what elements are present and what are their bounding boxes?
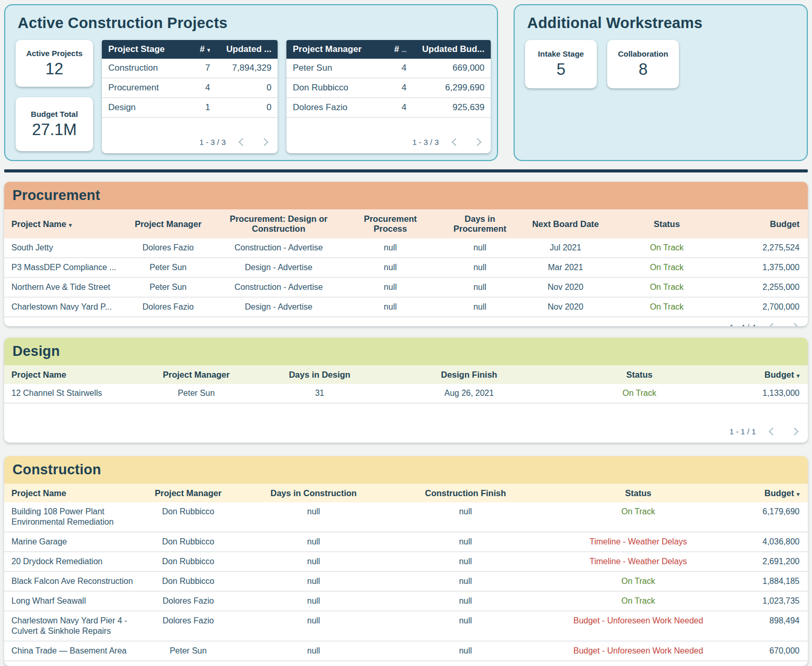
table-row[interactable]: Building 108 Power Plant Environmental R… [4, 502, 808, 532]
column-header-status[interactable]: Status [607, 218, 726, 230]
table-cell: Don Rubbicco [139, 572, 238, 591]
table-row[interactable]: Black Falcon Ave ReconstructionDon Rubbi… [4, 572, 808, 592]
column-header-project-manager[interactable]: Project Manager [152, 369, 240, 381]
table-cell: Dolores Fazio [139, 592, 238, 610]
column-header-label: Procurement Process [364, 214, 417, 233]
scorecard-value: 5 [556, 60, 565, 79]
column-header-project-name[interactable]: Project Name▾ [4, 218, 124, 230]
table-cell: Peter Sun [139, 642, 238, 660]
table-cell: Long Wharf Seawall [4, 592, 139, 610]
status-cell: Budget - Unforeseen Work Needed [541, 611, 736, 630]
column-header-budget[interactable]: Budget [727, 218, 808, 230]
table-cell: null [436, 258, 524, 277]
pagination-next-button[interactable] [472, 137, 482, 147]
status-cell: On Track [540, 384, 740, 403]
table-cell: 0 [210, 102, 271, 113]
column-header-project-manager[interactable]: Project Manager [139, 487, 238, 499]
table-row[interactable]: Charlestown Navy Yard Pier 4 - Culvert &… [4, 611, 808, 642]
column-header-label: # [200, 44, 204, 54]
active-projects-scorecard: Active Projects 12 [16, 40, 93, 87]
column-header-updated-bud[interactable]: Updated Bud... [407, 44, 484, 55]
table-row[interactable]: Dolores Fazio4925,639 [286, 98, 491, 118]
scorecard-label: Active Projects [26, 49, 82, 58]
table-row[interactable]: 12 Channel St StairwellsPeter Sun31Aug 2… [4, 384, 808, 404]
table-cell: null [436, 278, 524, 297]
table-cell: 20 Drydock Remediation [4, 552, 139, 571]
table-row[interactable]: Charlestown Navy Yard P...Dolores FazioD… [4, 298, 808, 317]
column-header-design-finish[interactable]: Design Finish [399, 369, 540, 381]
table-row[interactable]: Design10 [102, 98, 278, 118]
column-header-procurement-process[interactable]: Procurement Process [345, 213, 436, 235]
table-row[interactable]: P3 MassDEP Compliance ...Peter SunDesign… [4, 258, 808, 278]
table-cell: 1 [183, 102, 210, 113]
column-header-days-in-construction[interactable]: Days in Construction [237, 487, 390, 499]
column-header-label: # [394, 44, 399, 54]
table-cell: 2,255,000 [727, 278, 808, 297]
column-header-project-manager[interactable]: Project Manager [124, 218, 212, 230]
table-row[interactable]: South JettyDolores FazioConstruction - A… [4, 238, 808, 258]
column-header-procurement-design-or-construction[interactable]: Procurement: Design or Construction [212, 213, 345, 235]
table-row[interactable]: Peter Sun4669,000 [286, 59, 491, 78]
column-header-label: Budget [770, 219, 800, 229]
column-header-days-in-design[interactable]: Days in Design [241, 369, 399, 381]
table-row[interactable]: 20 Drydock RemediationDon Rubbicconullnu… [4, 552, 808, 572]
table-row[interactable]: Procurement40 [102, 78, 278, 98]
column-header-status[interactable]: Status [541, 487, 736, 499]
column-header-budget[interactable]: Budget▾ [736, 487, 808, 499]
table-cell: 2,275,524 [727, 238, 808, 257]
table-cell: Don Rubbicco [139, 552, 238, 571]
column-header-updated[interactable]: Updated ... [210, 44, 271, 55]
table-row[interactable]: Don Rubbicco46,299,690 [286, 78, 491, 98]
pagination-next-button[interactable] [789, 426, 800, 436]
table-cell: 31 [241, 384, 399, 403]
pagination-prev-button[interactable] [767, 322, 778, 326]
table-cell: 898,494 [736, 611, 808, 630]
column-header-project-name[interactable]: Project Name [4, 487, 139, 499]
scorecard-column: Active Projects 12 Budget Total 27.1M [16, 40, 93, 153]
pagination-prev-button[interactable] [237, 137, 247, 147]
grand-total-row: Grand total17,384,104 [4, 661, 808, 666]
pagination-prev-button[interactable] [767, 426, 778, 436]
budget-total-scorecard: Budget Total 27.1M [16, 97, 93, 151]
status-cell: On Track [607, 298, 726, 316]
table-row[interactable]: China Trade — Basement AreaPeter Sunnull… [4, 642, 808, 661]
table-cell: null [237, 502, 390, 521]
column-header-label: Project Name [11, 370, 66, 379]
grand-total-cell: 17,384,104 [736, 663, 808, 666]
table-cell: null [237, 572, 390, 591]
table-cell: Charlestown Navy Yard P... [4, 298, 124, 316]
pagination-prev-button[interactable] [450, 137, 461, 147]
table-cell: null [390, 532, 541, 551]
column-header-budget[interactable]: Budget▾ [740, 369, 808, 381]
table-row[interactable]: Northern Ave & Tide StreetPeter SunConst… [4, 278, 808, 298]
table-row[interactable]: Marine GarageDon RubbicconullnullTimelin… [4, 532, 808, 552]
column-header-col[interactable]: #... [379, 44, 407, 55]
column-header-project-manager[interactable]: Project Manager [293, 44, 379, 55]
column-header-status[interactable]: Status [540, 369, 740, 381]
column-header-col[interactable]: #▾ [183, 44, 210, 55]
table-filler [286, 118, 491, 132]
table-cell: 4 [379, 63, 407, 73]
table-cell: null [390, 552, 541, 571]
column-header-next-board-date[interactable]: Next Board Date [524, 218, 607, 230]
pagination-next-button[interactable] [789, 322, 800, 326]
sort-indicator-icon: ▾ [796, 372, 800, 379]
table-header-row: Project NameProject ManagerDays in Desig… [4, 365, 808, 384]
table-row[interactable]: Long Wharf SeawallDolores FazionullnullO… [4, 592, 808, 611]
column-header-label: Days in Construction [270, 488, 357, 498]
column-header-project-name[interactable]: Project Name [4, 369, 152, 381]
construction-section: ConstructionProject NameProject ManagerD… [4, 456, 808, 666]
column-header-label: Design Finish [441, 370, 497, 379]
status-cell: Timeline - Weather Delays [541, 552, 736, 571]
table-cell: null [390, 592, 541, 610]
column-header-project-stage[interactable]: Project Stage [108, 44, 183, 55]
column-header-construction-finish[interactable]: Construction Finish [390, 487, 541, 499]
table-cell: Construction - Advertise [212, 238, 345, 257]
project-manager-table: Project Manager#...Updated Bud...Peter S… [286, 40, 491, 153]
pagination-next-button[interactable] [259, 137, 269, 147]
column-header-days-in-procurement[interactable]: Days in Procurement [436, 213, 524, 235]
column-header-label: Project Manager [155, 488, 221, 498]
table-cell: Peter Sun [124, 278, 212, 297]
table-cell: 0 [210, 83, 271, 93]
table-row[interactable]: Construction77,894,329 [102, 59, 278, 78]
